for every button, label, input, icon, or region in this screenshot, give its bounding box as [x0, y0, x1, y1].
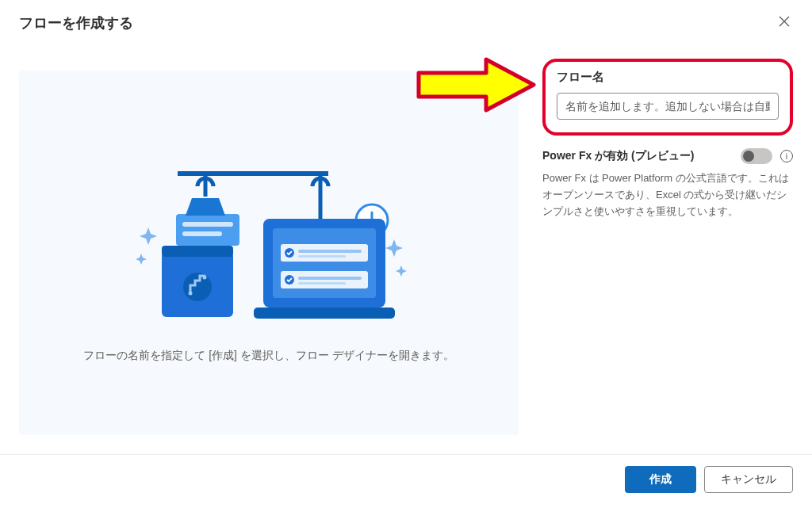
flow-name-highlight: フロー名 [542, 59, 793, 136]
instruction-text: フローの名前を指定して [作成] を選択し、フロー デザイナーを開きます。 [83, 349, 454, 363]
cancel-button[interactable]: キャンセル [704, 466, 793, 493]
svg-marker-0 [419, 59, 534, 110]
powerfx-toggle[interactable] [741, 148, 772, 164]
annotation-arrow-icon [415, 55, 538, 114]
info-icon[interactable]: i [780, 150, 793, 162]
flow-illustration-icon [130, 143, 408, 325]
svg-rect-21 [298, 277, 362, 280]
svg-rect-3 [176, 214, 239, 246]
close-icon[interactable] [776, 13, 793, 32]
powerfx-toggle-label: Power Fx が有効 (プレビュー) [542, 149, 694, 163]
dialog-footer: 作成 キャンセル [0, 454, 812, 512]
svg-point-10 [203, 276, 207, 280]
svg-rect-23 [254, 308, 395, 319]
svg-rect-17 [298, 250, 362, 253]
illustration-panel: フローの名前を指定して [作成] を選択し、フロー デザイナーを開きます。 [19, 71, 519, 435]
svg-point-8 [183, 273, 212, 301]
toggle-knob [743, 151, 754, 162]
powerfx-description: Power Fx は Power Platform の公式言語です。これはオープ… [542, 170, 793, 220]
svg-rect-4 [182, 222, 233, 227]
create-button[interactable]: 作成 [625, 466, 696, 493]
flow-name-label: フロー名 [557, 70, 779, 85]
svg-point-9 [189, 292, 193, 296]
svg-rect-22 [298, 282, 346, 285]
svg-rect-7 [162, 246, 233, 257]
flow-name-input[interactable] [557, 93, 779, 120]
svg-rect-5 [182, 231, 222, 236]
svg-rect-18 [298, 255, 346, 258]
svg-rect-1 [178, 171, 328, 176]
dialog-title: フローを作成する [19, 13, 133, 32]
